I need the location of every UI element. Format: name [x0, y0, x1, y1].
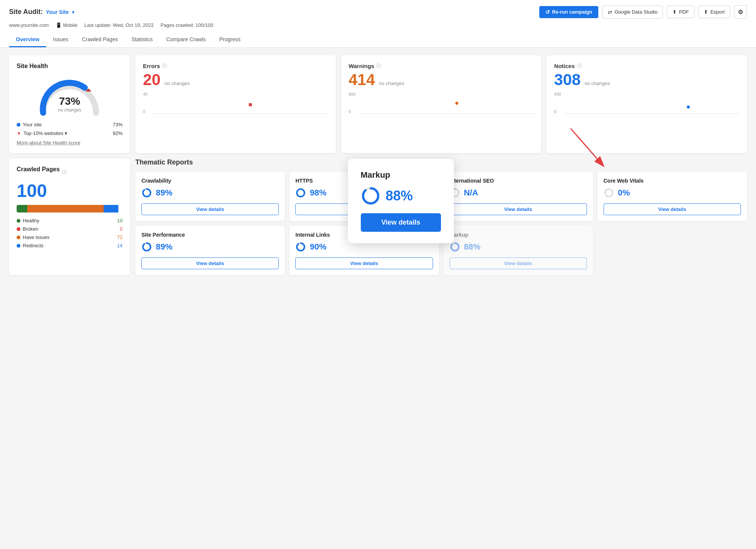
pdf-icon: ⬆ [672, 9, 677, 15]
issues-dot [17, 236, 20, 239]
top-metrics-row: Site Health 73% no changes [9, 55, 747, 153]
gear-icon: ⚙ [738, 9, 743, 15]
core-web-vitals-donut-icon [604, 188, 614, 198]
errors-card: Errors ⓘ 20 no changes 40 0 [135, 55, 336, 153]
errors-title: Errors [143, 63, 160, 69]
legend-redirects: Redirects 14 [17, 243, 123, 248]
tab-overview[interactable]: Overview [9, 33, 46, 47]
legend-your-site: Your site 73% [17, 122, 123, 127]
svg-point-7 [605, 189, 613, 197]
tab-compare-crawls[interactable]: Compare Crawls [160, 33, 213, 47]
pages-crawled: Pages crawled: 100/100 [160, 22, 213, 28]
crawled-bar [17, 205, 123, 212]
site-name-chevron[interactable]: ▾ [72, 9, 75, 15]
gauge-container: 73% no changes [17, 75, 123, 116]
markup-popup-card: Markup 88% View details [348, 159, 454, 243]
top10-label[interactable]: Top-10% websites ▾ [23, 130, 67, 136]
crawlability-score: 89% [156, 188, 172, 198]
legend-top10: ▼ Top-10% websites ▾ 92% [17, 130, 123, 136]
tab-statistics[interactable]: Statistics [125, 33, 160, 47]
svg-point-2 [143, 189, 151, 197]
device-badge: 📱 Mobile [56, 22, 78, 28]
export-icon: ⬆ [704, 9, 708, 15]
errors-value: 20 [143, 71, 161, 89]
tab-progress[interactable]: Progress [213, 33, 247, 47]
warnings-info-icon[interactable]: ⓘ [376, 63, 381, 69]
export-button[interactable]: ⬆ Export [698, 6, 730, 18]
tab-crawled-pages[interactable]: Crawled Pages [75, 33, 125, 47]
markup-partial-donut-icon [450, 242, 460, 252]
site-name-link[interactable]: Your Site [46, 9, 68, 15]
top-bar: Site Audit: Your Site ▾ ↺ Re-run campaig… [0, 0, 756, 48]
legend-have-issues: Have issues 72 [17, 234, 123, 240]
popup-score: 88% [386, 188, 413, 204]
international-seo-view-details-button[interactable]: View details [450, 203, 587, 215]
your-site-label: Your site [23, 122, 42, 127]
redirects-count: 14 [117, 243, 123, 248]
legend-healthy: Healthy 10 [17, 218, 123, 223]
site-health-legend: Your site 73% ▼ Top-10% websites ▾ 92% [17, 122, 123, 136]
crawled-pages-title: Crawled Pages [17, 166, 60, 173]
healthy-dot [17, 219, 20, 223]
core-web-vitals-score: 0% [618, 188, 630, 198]
notices-no-changes: no changes [584, 81, 610, 86]
site-meta: www.yoursite.com 📱 Mobile Last update: W… [9, 22, 747, 28]
markup-partial-title: Markup [450, 232, 587, 238]
svg-point-13 [451, 243, 459, 251]
notices-info-icon[interactable]: ⓘ [577, 63, 582, 69]
healthy-label: Healthy [23, 218, 39, 223]
warnings-chart-max: 800 [349, 92, 355, 96]
tab-issues[interactable]: Issues [46, 33, 75, 47]
markup-partial-view-details-button[interactable]: View details [450, 257, 587, 269]
https-score: 98% [310, 188, 326, 198]
core-web-vitals-view-details-button[interactable]: View details [604, 203, 741, 215]
notices-card: Notices ⓘ 308 no changes 400 0 [546, 55, 747, 153]
pdf-button[interactable]: ⬆ PDF [667, 6, 694, 18]
notices-title: Notices [554, 63, 574, 69]
crawlability-score-row: 89% [141, 188, 279, 198]
errors-info-icon[interactable]: ⓘ [162, 63, 167, 69]
site-performance-view-details-button[interactable]: View details [141, 257, 279, 269]
gauge-sub: no changes [58, 107, 81, 113]
thematic-card-crawlability: Crawlability 89% View details [135, 172, 285, 221]
broken-dot [17, 227, 20, 231]
your-site-dot [17, 123, 20, 127]
errors-mini-chart: 40 0 [143, 92, 328, 118]
popup-title: Markup [361, 170, 441, 180]
broken-count: 0 [120, 226, 123, 232]
international-seo-score-row: N/A [450, 188, 587, 198]
legend-broken: Broken 0 [17, 226, 123, 232]
crawled-count: 100 [17, 180, 123, 201]
more-site-health-link[interactable]: More about Site Health score [17, 140, 123, 146]
crawled-pages-info-icon[interactable]: ⓘ [62, 169, 67, 175]
popup-view-details-button[interactable]: View details [361, 213, 441, 232]
crawlability-view-details-button[interactable]: View details [141, 203, 279, 215]
errors-chart-max: 40 [143, 92, 147, 96]
markup-partial-score-row: 88% [450, 242, 587, 252]
svg-point-9 [143, 243, 151, 251]
errors-no-changes: no changes [165, 81, 190, 86]
bar-issues [27, 205, 104, 212]
healthy-count: 10 [117, 218, 123, 223]
site-performance-title: Site Performance [141, 232, 279, 238]
top10-value: 92% [113, 130, 123, 136]
crawlability-title: Crawlability [141, 178, 279, 184]
warnings-title: Warnings [349, 63, 374, 69]
broken-label: Broken [23, 226, 38, 232]
google-data-studio-button[interactable]: ⇄ Google Data Studio [602, 6, 663, 19]
site-url: www.yoursite.com [9, 22, 49, 28]
svg-point-11 [297, 243, 304, 251]
redirects-label: Redirects [23, 243, 43, 248]
site-performance-score-row: 89% [141, 242, 279, 252]
https-donut-icon [295, 188, 306, 198]
settings-button[interactable]: ⚙ [734, 5, 747, 19]
thematic-card-international-seo: International SEO N/A View details [444, 172, 593, 221]
warnings-chart-zero: 0 [349, 109, 351, 114]
site-performance-donut-icon [141, 242, 152, 252]
crawlability-donut-icon [141, 188, 152, 198]
markup-partial-score: 88% [464, 242, 481, 252]
site-performance-score: 89% [156, 242, 172, 252]
rerun-campaign-button[interactable]: ↺ Re-run campaign [539, 6, 598, 18]
errors-chart-zero: 0 [143, 109, 145, 114]
internal-links-view-details-button[interactable]: View details [295, 257, 433, 269]
